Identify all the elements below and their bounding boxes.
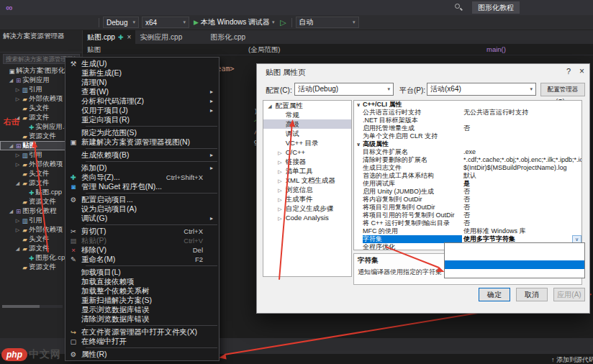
- context-menu-item[interactable]: 仅用于项目(J) ▸: [65, 106, 219, 115]
- property-row[interactable]: 清除时要删除的扩展名 *.cdf;*.cache;*.obj;*.obj.enc…: [354, 156, 581, 164]
- category-item[interactable]: 高级: [263, 119, 351, 129]
- platform-dropdown[interactable]: x64 ▾: [142, 17, 189, 28]
- expander-icon[interactable]: ▷: [276, 204, 284, 213]
- expander-icon[interactable]: ▷: [276, 214, 284, 222]
- context-menu-item[interactable]: ↪ 在文件资源管理器中打开文件夹(X): [65, 327, 219, 337]
- start-debugging-button[interactable]: ▶ 本地 Windows 调试器 ▾: [194, 17, 275, 27]
- context-menu-item[interactable]: 加载整个依赖关系树: [65, 286, 219, 296]
- file-scope-dropdown[interactable]: 贴图: [87, 45, 101, 55]
- context-menu-item[interactable]: ⚙ 属性(R): [65, 350, 219, 359]
- property-value[interactable]: [462, 140, 581, 148]
- expander-icon[interactable]: ▷: [276, 195, 284, 204]
- context-menu-item[interactable]: ⚒ 生成(U): [65, 59, 219, 68]
- horizontal-scrollbar[interactable]: [2, 305, 63, 308]
- configuration-manager-button[interactable]: 配置管理器(O)...: [540, 83, 585, 96]
- expander-icon[interactable]: ▷: [276, 167, 284, 176]
- context-menu-item[interactable]: ✚ 类向导(Z)... Ctrl+Shift+X: [65, 173, 219, 182]
- category-item[interactable]: ▷ 自定义生成步骤: [263, 204, 351, 213]
- expander-icon[interactable]: ▷: [276, 158, 284, 166]
- property-row[interactable]: 将内容复制到 OutDir 否: [354, 196, 581, 204]
- property-row[interactable]: 生成日志文件 $(IntDir)$(MSBuildProjectName).lo…: [354, 164, 581, 172]
- expander-icon[interactable]: ◢: [14, 246, 21, 252]
- expander-icon[interactable]: ▷: [276, 186, 284, 194]
- category-item[interactable]: ▷ 浏览信息: [263, 185, 351, 194]
- category-item[interactable]: ▷ 生成事件: [263, 194, 351, 204]
- configuration-dropdown[interactable]: 活动(Debug) ▾: [294, 83, 394, 96]
- editor-tab[interactable]: 实例应用.cpp: [135, 30, 193, 44]
- property-value[interactable]: 否: [462, 219, 581, 227]
- expander-icon[interactable]: ◢: [8, 143, 14, 149]
- property-row[interactable]: 将 C++ 运行时复制到输出目录 否: [354, 219, 581, 227]
- help-icon[interactable]: ?: [566, 67, 571, 76]
- add-to-source-control-button[interactable]: ↑ 添加到源代码管理: [551, 355, 593, 364]
- context-menu-item[interactable]: 清除浏览数据库错误: [65, 314, 219, 324]
- context-menu-item[interactable]: 设为启动项目(A): [65, 204, 219, 214]
- property-value[interactable]: [462, 101, 581, 109]
- platform-dropdown[interactable]: 活动(x64) ▾: [427, 83, 536, 96]
- ok-button[interactable]: 确定: [479, 288, 510, 301]
- tutorial-button[interactable]: 图形化教程: [472, 1, 520, 14]
- property-row[interactable]: 启用托管增量生成 否: [354, 124, 581, 132]
- expander-icon[interactable]: ▷: [276, 148, 284, 157]
- property-row[interactable]: 将项目引用复制到 OutDir 否: [354, 204, 581, 211]
- property-value[interactable]: [462, 132, 581, 140]
- context-menu-item[interactable]: 重定向项目(R): [65, 115, 219, 124]
- property-row[interactable]: 使用调试库 是: [354, 180, 581, 188]
- expander-icon[interactable]: ◢: [8, 78, 14, 83]
- context-menu-item[interactable]: 调试(G) ▸: [65, 214, 219, 223]
- property-row[interactable]: 目标文件扩展名 .exe: [354, 148, 581, 156]
- expander-icon[interactable]: ▷: [276, 176, 284, 185]
- scope-dropdown[interactable]: (全局范围): [248, 45, 280, 55]
- property-row[interactable]: 将项目引用的符号复制到 OutDir 否: [354, 211, 581, 219]
- expander-icon[interactable]: ◢: [8, 209, 14, 214]
- dropdown-option[interactable]: [445, 269, 584, 278]
- context-menu-item[interactable]: 重新扫描解决方案(S): [65, 296, 219, 305]
- expander-icon[interactable]: ◢: [14, 181, 21, 186]
- property-value[interactable]: 使用标准 Windows 库: [462, 227, 581, 235]
- property-value[interactable]: 否: [462, 211, 581, 219]
- category-item[interactable]: ▷ 清单工具: [263, 166, 351, 176]
- expander-icon[interactable]: ▷: [14, 218, 21, 224]
- property-row[interactable]: 为单个文件启用 CLR 支持: [354, 132, 581, 140]
- property-row[interactable]: .NET 目标框架版本: [354, 117, 581, 124]
- property-value[interactable]: 默认: [462, 172, 581, 180]
- category-item[interactable]: 调试: [263, 129, 351, 138]
- context-menu-item[interactable]: 查看(W) ▸: [65, 87, 219, 96]
- context-menu-item[interactable]: 重新生成(E): [65, 68, 219, 78]
- context-menu-item[interactable]: ⚙ 配置启动项目...: [65, 195, 219, 204]
- property-value[interactable]: 否: [462, 204, 581, 211]
- expander-icon[interactable]: ▷: [14, 227, 21, 233]
- property-row[interactable]: ∨ C++/CLI 属性: [354, 101, 581, 109]
- debug-config-dropdown[interactable]: Debug ▾: [103, 17, 139, 28]
- property-row[interactable]: MFC 的使用 使用标准 Windows 库: [354, 227, 581, 235]
- property-value[interactable]: *.cdf;*.cache;*.obj;*.obj.enc;*.ilk;*.ip…: [462, 156, 581, 164]
- category-item[interactable]: ◢ 配置属性: [263, 101, 351, 110]
- property-value[interactable]: 否: [462, 196, 581, 204]
- property-row[interactable]: 首选的生成工具体系结构 默认: [354, 172, 581, 180]
- category-item[interactable]: VC++ 目录: [263, 138, 351, 147]
- category-item[interactable]: ▷ 链接器: [263, 157, 351, 166]
- property-value[interactable]: .exe: [462, 148, 581, 156]
- context-menu-item[interactable]: 生成依赖项(B) ▸: [65, 150, 219, 160]
- context-menu-item[interactable]: × 移除(V) Del: [65, 245, 219, 255]
- category-item[interactable]: 常规: [263, 110, 351, 119]
- expander-icon[interactable]: ▷: [14, 153, 21, 158]
- property-row[interactable]: 启用 Unity (JUMBO)生成 否: [354, 188, 581, 196]
- property-value[interactable]: 是: [462, 180, 581, 188]
- context-menu-item[interactable]: 加载直接依赖项: [65, 277, 219, 286]
- expander-icon[interactable]: ◢: [266, 101, 273, 110]
- property-row[interactable]: 公共语言运行时支持 无公共语言运行时支持: [354, 109, 581, 117]
- property-row[interactable]: ∨ 高级属性: [354, 140, 581, 148]
- context-menu-item[interactable]: 显示浏览数据库错误: [65, 305, 219, 314]
- start-without-debugging-icon[interactable]: ▷: [278, 18, 289, 27]
- editor-tab[interactable]: 图形化.cpp: [206, 30, 256, 44]
- context-menu-item[interactable]: 分析和代码清理(Z) ▸: [65, 96, 219, 106]
- context-menu-item[interactable]: ▤ 粘贴(P) Ctrl+V: [65, 236, 219, 245]
- context-menu-item[interactable]: 卸载项目(L): [65, 268, 219, 277]
- context-menu-item[interactable]: 添加(D) ▸: [65, 163, 219, 173]
- dropdown-option[interactable]: [445, 252, 584, 260]
- close-icon[interactable]: ×: [127, 33, 131, 41]
- property-value[interactable]: 否: [462, 188, 581, 196]
- auto-dropdown[interactable]: 自动 ▾: [296, 17, 359, 28]
- property-value[interactable]: $(IntDir)$(MSBuildProjectName).log: [462, 164, 581, 172]
